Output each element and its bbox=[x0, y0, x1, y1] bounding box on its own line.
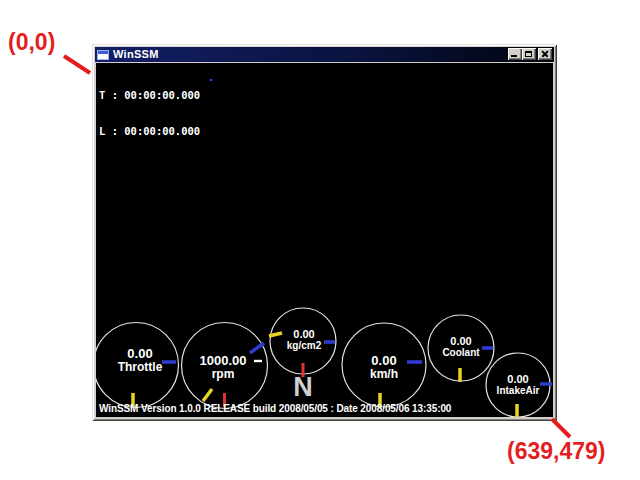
intakeair-value: 0.00 bbox=[497, 373, 540, 385]
gauge-intakeair-readout: 0.00 IntakeAir bbox=[497, 373, 540, 396]
window-title: WinSSM bbox=[113, 47, 159, 62]
coolant-value: 0.00 bbox=[442, 335, 479, 347]
rpm-label: rpm bbox=[200, 368, 247, 381]
speed-value: 0.00 bbox=[370, 354, 398, 368]
title-bar[interactable]: WinSSM bbox=[95, 47, 554, 62]
timer-t: T : 00:00:00.000 bbox=[99, 89, 200, 101]
gear-indicator: N bbox=[293, 374, 313, 401]
throttle-value: 0.00 bbox=[118, 347, 163, 361]
gauge-throttle-readout: 0.00 Throttle bbox=[118, 347, 163, 374]
boost-label: kg/cm2 bbox=[287, 340, 321, 351]
screenshot-canvas: (0,0) (639,479) WinSSM bbox=[0, 0, 640, 480]
boost-value: 0.00 bbox=[287, 328, 321, 340]
minimize-icon bbox=[511, 55, 517, 57]
maximize-icon bbox=[525, 51, 532, 57]
intakeair-label: IntakeAir bbox=[497, 385, 540, 396]
annotation-origin-label: (0,0) bbox=[8, 29, 55, 56]
throttle-label: Throttle bbox=[118, 361, 163, 374]
close-button[interactable] bbox=[538, 48, 552, 60]
stray-blue-pixel bbox=[210, 79, 212, 81]
gauge-speed-readout: 0.00 km/h bbox=[370, 354, 398, 381]
leader-line-top-left bbox=[64, 56, 90, 73]
maximize-button[interactable] bbox=[522, 48, 536, 60]
rpm-value: 1000.00 bbox=[200, 354, 247, 368]
app-window: WinSSM bbox=[92, 44, 557, 421]
timer-l: L : 00:00:00.000 bbox=[99, 125, 200, 137]
annotation-extent-label: (639,479) bbox=[507, 438, 605, 465]
speed-label: km/h bbox=[370, 368, 398, 381]
leader-line-bottom-right bbox=[552, 419, 570, 437]
gauge-boost-readout: 0.00 kg/cm2 bbox=[287, 328, 321, 351]
coolant-label: Coolant bbox=[442, 347, 479, 358]
gauge-coolant-readout: 0.00 Coolant bbox=[442, 335, 479, 358]
rpm-min-tick bbox=[203, 389, 212, 401]
client-area: T : 00:00:00.000 L : 00:00:00.000 0.00 T… bbox=[96, 63, 553, 417]
status-bar: WinSSM Version 1.0.0 RELEASE build 2008/… bbox=[99, 403, 451, 414]
gauge-rpm-readout: 1000.00 rpm bbox=[200, 354, 247, 381]
rpm-peak-tick bbox=[250, 343, 264, 353]
minimize-button[interactable] bbox=[508, 48, 522, 60]
app-window-icon[interactable] bbox=[97, 50, 109, 60]
timer-readout: T : 00:00:00.000 L : 00:00:00.000 bbox=[99, 65, 200, 161]
